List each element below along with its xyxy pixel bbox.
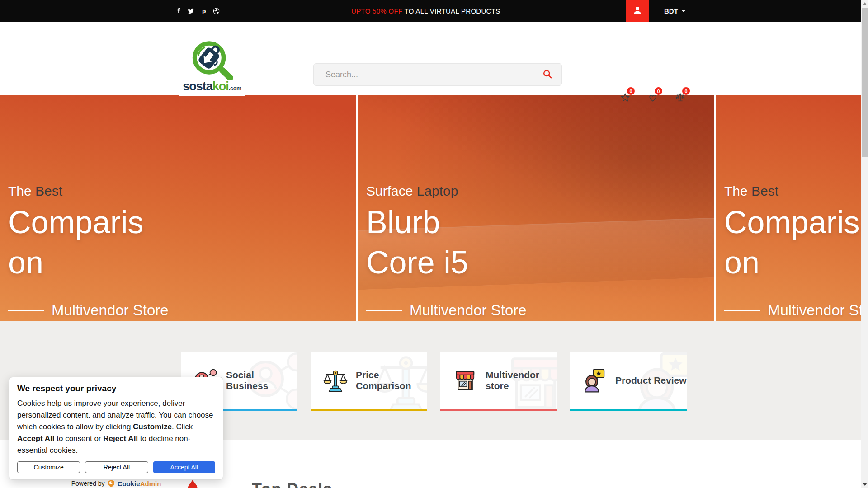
slide-footer: Multivendor Store [8,302,169,319]
feature-card-product-review[interactable]: Product Review [570,352,687,411]
slide-title: Comparison [8,202,157,283]
kicker-light: The [724,183,751,198]
decorative-line [724,310,760,311]
kicker-light: The [8,183,35,198]
decorative-line [8,310,44,311]
cookie-text-bold: Accept All [17,434,55,443]
cookie-powered-by: Powered by CookieAdmin [17,479,215,488]
user-icon [632,5,642,17]
feature-label: Multivendor store [486,370,557,391]
product-review-icon [582,368,608,393]
price-comparison-icon [323,368,348,393]
search-button[interactable] [533,64,561,85]
triangle-up-icon [863,2,867,5]
cookie-text-bold: Customize [133,422,172,431]
cookie-title: We respect your privacy [17,384,215,394]
twitter-icon[interactable] [187,7,195,15]
slide-footer: Multivendor Store [366,302,527,319]
brand-first: Cookie [118,480,140,488]
slide-kicker: The Best [8,183,62,199]
currency-selector[interactable]: BDT [664,0,686,22]
facebook-icon[interactable] [175,7,182,15]
feature-card-price-comparison[interactable]: Price Comparison [311,352,427,411]
brand-second: Admin [140,480,161,488]
pinterest-icon[interactable] [200,7,208,15]
slide-content: Surface Laptop Blurb Core i5 Multivendor… [358,95,714,321]
magnifier-price-tag-icon [190,39,234,80]
slide-content: The Best Comparison Multivendor Store [716,95,861,321]
feature-label: Product Review [615,375,687,386]
feature-label: Social Business [226,370,297,391]
chevron-down-icon [681,10,686,12]
logo-suffix: .com [229,85,241,92]
promo-banner: UPTO 50% OFF TO ALL VIRTUAL PRODUCTS [351,0,500,22]
site-logo[interactable]: sostakoi.com [179,38,245,96]
topbar: UPTO 50% OFF TO ALL VIRTUAL PRODUCTS BDT [0,0,861,22]
currency-value: BDT [664,7,678,15]
shield-icon [108,479,115,488]
hero-slide-comparison-left[interactable]: The Best Comparison Multivendor Store [0,95,356,321]
hero-slide-surface-laptop[interactable]: Surface Laptop Blurb Core i5 Multivendor… [358,95,714,321]
slide-title: Comparison [724,202,861,283]
kicker-dark: Laptop [417,183,458,198]
feature-card-multivendor-store[interactable]: Multivendor store [440,352,557,411]
slide-tagline: Multivendor Store [768,302,861,319]
storefront-homepage: UPTO 50% OFF TO ALL VIRTUAL PRODUCTS BDT… [0,0,868,488]
cookie-consent-dialog: We respect your privacy Cookies help us … [9,377,223,480]
cookieadmin-brand[interactable]: CookieAdmin [118,480,161,488]
cookie-text: . Click [172,422,193,431]
reject-all-button[interactable]: Reject All [85,461,148,473]
hero-slide-comparison-right[interactable]: The Best Comparison Multivendor Store [716,95,861,321]
slide-title: Blurb Core i5 [366,202,515,283]
dribbble-icon[interactable] [212,7,220,15]
kicker-dark: Best [35,183,62,198]
multivendor-store-icon [453,368,478,393]
logo-part1: sosta [183,80,212,93]
slide-tagline: Multivendor Store [52,302,169,319]
promo-rest: TO ALL VIRTUAL PRODUCTS [402,7,500,15]
cookie-actions: Customize Reject All Accept All [17,461,215,473]
powered-by-label: Powered by [71,480,105,487]
social-links [175,0,220,22]
account-button[interactable] [626,0,649,22]
slide-tagline: Multivendor Store [410,302,527,319]
search-input[interactable] [314,64,533,85]
promo-highlight: UPTO 50% OFF [351,7,402,15]
wishlist-count-badge: 0 [655,87,662,95]
kicker-dark: Best [751,183,778,198]
logo-text: sostakoi.com [183,80,241,94]
accept-all-button[interactable]: Accept All [153,461,215,473]
vertical-scrollbar [861,0,868,488]
feature-label: Price Comparison [356,370,427,391]
search-icon [542,69,552,80]
section-title: Top Deals [252,480,332,488]
compare-count-badge: 0 [682,87,690,95]
ratings-count-badge: 0 [627,87,635,95]
scrollbar-thumb[interactable] [862,8,868,157]
decorative-line [366,310,402,311]
hero-carousel: The Best Comparison Multivendor Store Su… [0,95,861,321]
search-bar [313,63,562,86]
header: sostakoi.com 0 0 0 [0,22,861,95]
scroll-down-arrow[interactable] [861,481,868,488]
cookie-body: Cookies help us improve your experience,… [17,398,215,456]
cookie-text-bold: Reject All [103,434,138,443]
logo-part2: koi [212,80,229,93]
slide-kicker: The Best [724,183,778,199]
scroll-up-arrow[interactable] [861,0,868,7]
slide-kicker: Surface Laptop [366,183,458,199]
customize-button[interactable]: Customize [17,461,80,473]
slide-footer: Multivendor Store [724,302,861,319]
triangle-down-icon [863,483,867,486]
slide-content: The Best Comparison Multivendor Store [0,95,356,321]
cookie-text: to consent or [55,434,104,443]
kicker-light: Surface [366,183,417,198]
